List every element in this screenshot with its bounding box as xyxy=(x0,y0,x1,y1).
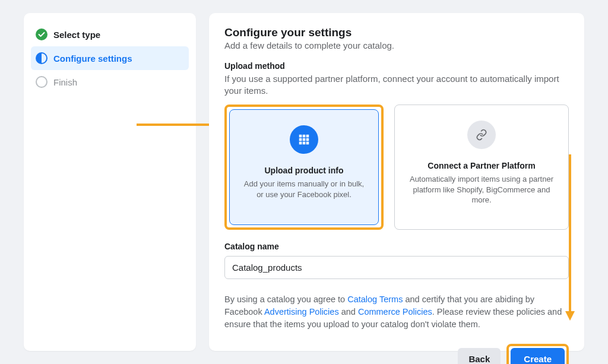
step-finish[interactable]: Finish xyxy=(31,70,189,94)
main-panel: Configure your settings Add a few detail… xyxy=(209,13,584,351)
upload-method-hint: If you use a supported partner platform,… xyxy=(224,73,569,96)
svg-rect-8 xyxy=(299,142,302,145)
step-label: Select type xyxy=(53,30,100,40)
svg-rect-4 xyxy=(306,135,309,138)
step-select-type[interactable]: Select type xyxy=(31,23,189,46)
annotation-highlight-upload-card: Upload product info Add your items manua… xyxy=(224,105,384,230)
svg-rect-2 xyxy=(299,135,302,138)
half-circle-icon xyxy=(36,52,48,64)
svg-rect-10 xyxy=(306,142,309,145)
catalog-name-input[interactable] xyxy=(224,256,569,279)
check-icon xyxy=(36,29,48,40)
svg-rect-6 xyxy=(303,138,306,141)
legal-text: By using a catalog you agree to Catalog … xyxy=(224,293,569,331)
card-connect-partner[interactable]: Connect a Partner Platform Automatically… xyxy=(394,105,569,230)
page-subtitle: Add a few details to complete your catal… xyxy=(224,40,569,50)
card-title: Connect a Partner Platform xyxy=(428,161,535,170)
wizard-sidebar: Select type Configure settings Finish xyxy=(24,13,196,351)
link-icon xyxy=(467,121,496,149)
upload-method-cards: Upload product info Add your items manua… xyxy=(224,105,569,230)
step-label: Configure settings xyxy=(53,53,132,64)
svg-rect-5 xyxy=(299,138,302,141)
link-advertising-policies[interactable]: Advertising Policies xyxy=(264,307,339,316)
card-desc: Add your items manually or in bulk, or u… xyxy=(242,179,366,200)
card-upload-product-info[interactable]: Upload product info Add your items manua… xyxy=(229,109,379,225)
link-commerce-policies[interactable]: Commerce Policies xyxy=(358,307,432,316)
card-title: Upload product info xyxy=(265,166,344,175)
card-desc: Automatically import items using a partn… xyxy=(407,174,556,205)
annotation-highlight-create: Create xyxy=(506,344,569,364)
footer-buttons: Back Create xyxy=(224,344,569,364)
step-configure-settings[interactable]: Configure settings xyxy=(31,46,189,70)
svg-rect-7 xyxy=(306,138,309,141)
back-button[interactable]: Back xyxy=(458,348,501,364)
upload-method-label: Upload method xyxy=(224,61,569,71)
grid-icon xyxy=(290,125,318,154)
svg-rect-3 xyxy=(303,135,306,138)
empty-circle-icon xyxy=(36,76,48,88)
create-button[interactable]: Create xyxy=(511,348,565,364)
catalog-name-label: Catalog name xyxy=(224,242,569,251)
step-label: Finish xyxy=(53,77,77,87)
svg-rect-9 xyxy=(303,142,306,145)
page-title: Configure your settings xyxy=(224,26,569,39)
link-catalog-terms[interactable]: Catalog Terms xyxy=(347,295,403,304)
